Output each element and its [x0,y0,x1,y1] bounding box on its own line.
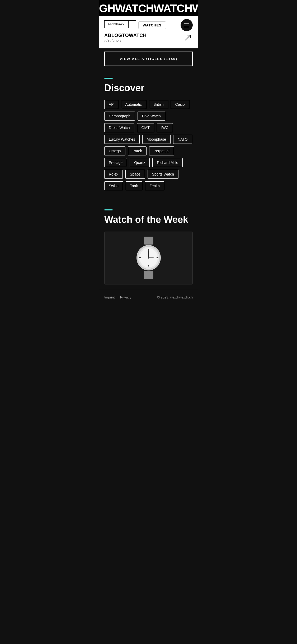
tab-nighthawk[interactable]: Nighthawk [104,20,128,28]
discover-tag[interactable]: Space [125,170,145,179]
svg-rect-8 [139,257,141,258]
wotw-card [104,232,193,284]
discover-tag[interactable]: British [149,100,168,109]
discover-tag[interactable]: GMT [137,123,154,132]
hamburger-icon [184,23,189,27]
privacy-link[interactable]: Privacy [120,295,131,299]
view-all-section: VIEW ALL ARTICLES (1140) [99,48,198,69]
discover-title: Discover [104,82,193,94]
svg-rect-7 [148,265,149,266]
watches-pill[interactable]: WATCHES [138,21,166,29]
article-source: ABLOGTOWATCH [104,33,147,38]
tab-second[interactable] [128,20,136,28]
article-card: Nighthawk WATCHES ABLOGTOWATCH 3/12/2023 [99,16,198,48]
discover-tag[interactable]: Sports Watch [148,170,179,179]
discover-tag[interactable]: Tank [126,181,143,190]
discover-accent [104,78,113,79]
footer: Imprint Privacy © 2023, watchwatch.ch [99,290,198,305]
discover-tag[interactable]: Patek [128,146,147,155]
article-date: 3/12/2023 [104,39,147,43]
discover-tag[interactable]: Rolex [104,170,123,179]
svg-rect-2 [144,271,153,279]
svg-point-12 [148,257,149,259]
external-link-button[interactable] [183,33,193,42]
svg-line-0 [185,35,190,40]
footer-links: Imprint Privacy [104,295,131,299]
svg-rect-9 [157,257,158,258]
tags-container: APAutomaticBritishCasioChronographDive W… [104,100,193,190]
article-tabs: Nighthawk [104,20,136,28]
wotw-title: Watch of the Week [104,214,193,225]
discover-tag[interactable]: Presage [104,158,127,167]
wotw-accent [104,209,113,210]
discover-tag[interactable]: Omega [104,146,125,155]
discover-tag[interactable]: Quartz [130,158,150,167]
imprint-link[interactable]: Imprint [104,295,115,299]
discover-tag[interactable]: Zenith [145,181,164,190]
discover-section: Discover APAutomaticBritishCasioChronogr… [99,69,198,201]
discover-tag[interactable]: Dive Watch [138,112,165,121]
svg-rect-6 [148,249,149,251]
wotw-watch-image [125,234,172,282]
discover-tag[interactable]: Perpetual [149,146,174,155]
discover-tag[interactable]: Swiss [104,181,123,190]
view-all-button[interactable]: VIEW ALL ARTICLES (1140) [104,52,193,66]
discover-tag[interactable]: Chronograph [104,112,135,121]
discover-tag[interactable]: NATO [173,135,192,144]
discover-tag[interactable]: Luxury Watches [104,135,140,144]
discover-tag[interactable]: AP [104,100,118,109]
header-marquee: GHWATCHWATCHWATCHWATCHWATCH [99,0,198,16]
card-top-row: Nighthawk WATCHES [104,19,193,31]
discover-tag[interactable]: Casio [171,100,189,109]
wotw-section: Watch of the Week [99,201,198,284]
discover-tag[interactable]: Richard Mille [152,158,183,167]
footer-copyright: © 2023, watchwatch.ch [157,295,193,299]
discover-tag[interactable]: Dress Watch [104,123,134,132]
menu-button[interactable] [181,19,193,31]
svg-rect-1 [144,237,153,245]
discover-tag[interactable]: Automatic [121,100,146,109]
discover-tag[interactable]: Moonphase [142,135,171,144]
discover-tag[interactable]: IWC [157,123,173,132]
card-top-left: Nighthawk WATCHES [104,20,168,30]
marquee-text: GHWATCHWATCHWATCHWATCHWATCH [99,2,198,15]
